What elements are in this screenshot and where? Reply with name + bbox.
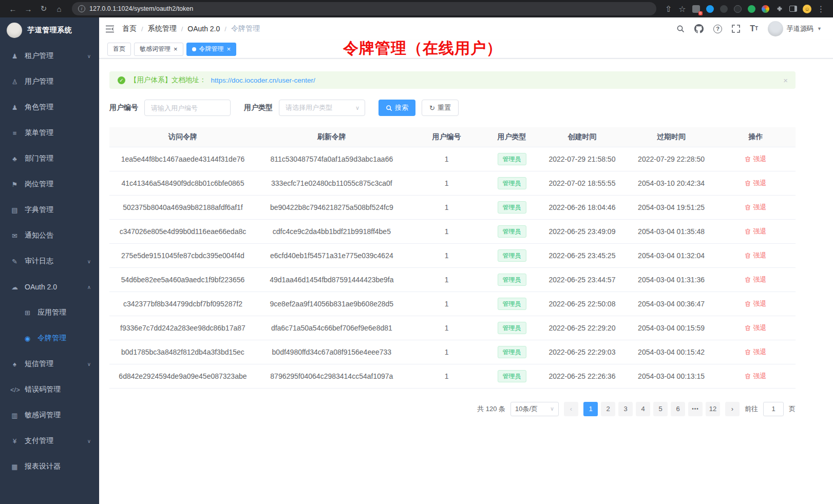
browser-back-icon[interactable]: ←	[5, 2, 21, 16]
sidebar-collapse-icon[interactable]	[105, 25, 115, 33]
page-4-button[interactable]: 4	[636, 402, 650, 416]
extension-dark-icon[interactable]	[717, 2, 731, 16]
extension-color-icon[interactable]	[759, 2, 772, 16]
sidebar-item-user[interactable]: ♙ 用户管理	[0, 69, 99, 94]
user-id-cell: 1	[407, 340, 486, 364]
github-icon[interactable]	[694, 24, 704, 33]
page-3-button[interactable]: 3	[618, 402, 633, 416]
force-logout-button[interactable]: 强退	[745, 179, 766, 188]
sidebar-item-report[interactable]: ▦ 报表设计器	[0, 454, 99, 479]
reset-button[interactable]: ↻ 重置	[422, 100, 459, 116]
extension-dark2-icon[interactable]	[731, 2, 745, 16]
sidebar-item-errcode[interactable]: </> 错误码管理	[0, 377, 99, 402]
action-cell: 强退	[716, 219, 796, 243]
bookmark-star-icon[interactable]: ☆	[675, 2, 689, 16]
search-icon[interactable]	[676, 25, 685, 33]
next-page-button[interactable]: ›	[725, 402, 740, 416]
page-5-button[interactable]: 5	[653, 402, 668, 416]
sidebar-item-dict[interactable]: ▤ 字典管理	[0, 197, 99, 223]
page-2-button[interactable]: 2	[601, 402, 615, 416]
tab-close-icon[interactable]: ×	[227, 46, 231, 52]
access-token-cell: c347026e805e4d99b0d116eae66eda8c	[109, 219, 256, 243]
font-size-icon[interactable]: TT	[750, 25, 758, 33]
breadcrumb-item[interactable]: 系统管理	[148, 24, 177, 33]
tab-active-dot	[192, 47, 196, 51]
address-bar[interactable]: i 127.0.0.1:1024/system/oauth2/token	[72, 2, 656, 15]
page-6-button[interactable]: 6	[671, 402, 685, 416]
extension-badge-icon[interactable]: 0	[689, 2, 703, 16]
main-content: 首页/系统管理/OAuth 2.0/令牌管理 ? TT 芋道	[99, 17, 833, 504]
sidebar-item-notice[interactable]: ✉ 通知公告	[0, 223, 99, 248]
force-logout-button[interactable]: 强退	[745, 275, 766, 284]
help-icon[interactable]: ?	[713, 25, 722, 33]
fullscreen-icon[interactable]	[732, 25, 740, 33]
doc-link[interactable]: https://doc.iocoder.cn/user-center/	[211, 76, 315, 84]
page-size-select[interactable]: 10条/页 ∨	[510, 402, 559, 416]
delete-icon	[745, 349, 751, 355]
user-id-cell: 1	[407, 292, 486, 316]
user-menu[interactable]: 芋道源码 ▼	[768, 21, 822, 36]
sidebar-item-role[interactable]: ♟ 角色管理	[0, 94, 99, 120]
sidebar-item-sms[interactable]: ♠ 短信管理 ∨	[0, 351, 99, 377]
page-1-button[interactable]: 1	[583, 402, 598, 416]
share-icon[interactable]: ⇧	[661, 2, 675, 16]
oauth-icon: ☁	[10, 283, 19, 291]
page-12-button[interactable]: 12	[706, 402, 720, 416]
side-panel-icon[interactable]	[786, 2, 800, 16]
sidebar-item-post[interactable]: ⚑ 岗位管理	[0, 171, 99, 197]
page-info-icon[interactable]: i	[78, 5, 85, 12]
extensions-puzzle-icon[interactable]	[772, 2, 786, 16]
table-row: b0d1785bc3a8482f812db4a3f3bd15ec b0df498…	[109, 340, 796, 364]
create-time-cell: 2022-06-25 23:49:09	[538, 219, 627, 243]
user-type-cell: 管理员	[486, 147, 537, 171]
sidebar-item-sensitive[interactable]: ▥ 敏感词管理	[0, 402, 99, 428]
force-logout-button[interactable]: 强退	[745, 299, 766, 308]
sidebar-item-pay[interactable]: ¥ 支付管理 ∨	[0, 428, 99, 454]
user-id-input[interactable]	[144, 100, 231, 116]
force-logout-button[interactable]: 强退	[745, 372, 766, 381]
sidebar-item-token[interactable]: ◉ 令牌管理	[0, 325, 99, 351]
breadcrumb-separator: /	[141, 25, 143, 33]
sidebar-item-audit[interactable]: ✎ 审计日志 ∨	[0, 248, 99, 274]
extension-green-icon[interactable]	[745, 2, 759, 16]
user-id-label: 用户编号	[109, 103, 138, 112]
sidebar-item-dept[interactable]: ♣ 部门管理	[0, 146, 99, 171]
breadcrumb-item[interactable]: 首页	[122, 24, 137, 33]
sidebar-item-app[interactable]: ⊞ 应用管理	[0, 300, 99, 325]
user-type-select[interactable]: 请选择用户类型 ∨	[279, 100, 365, 116]
force-logout-button[interactable]: 强退	[745, 154, 766, 164]
goto-page-input[interactable]	[763, 402, 784, 416]
sidebar-item-menu[interactable]: ≡ 菜单管理	[0, 120, 99, 146]
pagination: 共 120 条 10条/页 ∨ ‹ 123456•••12 › 前往 页	[109, 402, 796, 416]
force-logout-button[interactable]: 强退	[745, 323, 766, 333]
force-logout-button[interactable]: 强退	[745, 227, 766, 236]
alert-close-icon[interactable]: ×	[783, 76, 788, 84]
audit-log-icon: ✎	[10, 258, 19, 265]
user-type-label: 用户类型	[244, 103, 273, 112]
prev-page-button[interactable]: ‹	[564, 402, 578, 416]
force-logout-button[interactable]: 强退	[745, 203, 766, 212]
force-logout-button[interactable]: 强退	[745, 347, 766, 357]
browser-profile-avatar[interactable]: ☺	[800, 2, 814, 16]
alert-label: 【用户体系】文档地址：	[130, 75, 206, 85]
breadcrumb: 首页/系统管理/OAuth 2.0/令牌管理	[122, 24, 260, 33]
tab-首页[interactable]: 首页	[107, 43, 131, 56]
tab-敏感词管理[interactable]: 敏感词管理×	[134, 43, 183, 56]
browser-home-icon[interactable]: ⌂	[51, 2, 67, 16]
sidebar-item-oauth[interactable]: ☁ OAuth 2.0 ∧	[0, 274, 99, 300]
page-more-button[interactable]: •••	[688, 402, 703, 416]
breadcrumb-item[interactable]: OAuth 2.0	[187, 25, 220, 33]
app-logo[interactable]: 芋道管理系统	[0, 17, 99, 43]
chevron-down-icon: ∨	[87, 361, 91, 367]
browser-menu-icon[interactable]: ⋮	[814, 2, 828, 16]
sidebar-item-tenant[interactable]: ♟ 租户管理 ∨	[0, 43, 99, 69]
search-button[interactable]: 搜索	[378, 100, 415, 116]
tab-令牌管理[interactable]: 令牌管理×	[186, 43, 237, 56]
browser-forward-icon[interactable]: →	[21, 2, 36, 16]
extension-blue-icon[interactable]	[703, 2, 717, 16]
tab-close-icon[interactable]: ×	[174, 46, 178, 52]
force-logout-button[interactable]: 强退	[745, 251, 766, 260]
browser-reload-icon[interactable]: ↻	[36, 2, 51, 16]
role-icon: ♟	[10, 104, 19, 111]
table-row: 502375b8040a469a9b82188afdf6af1f be90422…	[109, 195, 796, 219]
